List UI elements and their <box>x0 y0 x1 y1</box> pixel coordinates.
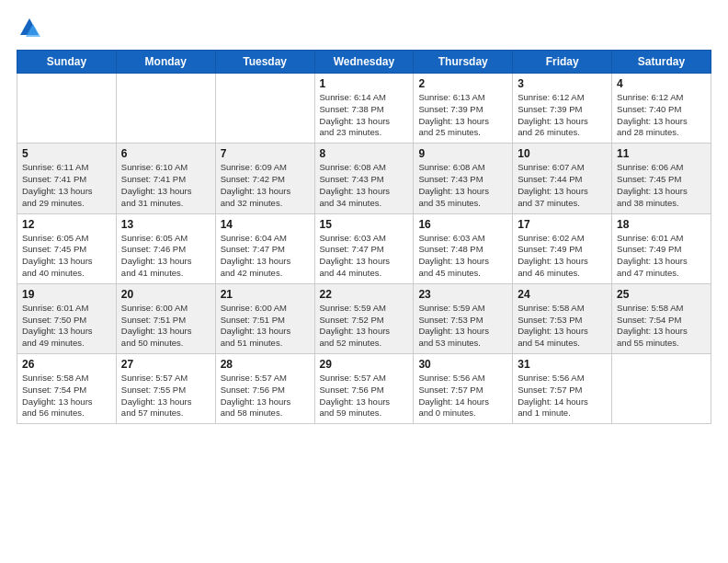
day-number: 28 <box>221 358 310 371</box>
calendar-cell: 7Sunrise: 6:09 AM Sunset: 7:42 PM Daylig… <box>215 144 314 213</box>
day-number: 17 <box>518 218 607 231</box>
calendar-table: SundayMondayTuesdayWednesdayThursdayFrid… <box>17 50 711 424</box>
day-info: Sunrise: 5:57 AM Sunset: 7:56 PM Dayligh… <box>221 373 310 419</box>
calendar-cell <box>17 74 117 144</box>
calendar-week-4: 19Sunrise: 6:01 AM Sunset: 7:50 PM Dayli… <box>17 283 711 353</box>
calendar-cell: 17Sunrise: 6:02 AM Sunset: 7:49 PM Dayli… <box>513 213 612 283</box>
calendar-cell: 29Sunrise: 5:57 AM Sunset: 7:56 PM Dayli… <box>314 354 414 424</box>
calendar-cell: 23Sunrise: 5:59 AM Sunset: 7:53 PM Dayli… <box>414 283 513 353</box>
day-number: 29 <box>320 358 409 371</box>
calendar-cell: 25Sunrise: 5:58 AM Sunset: 7:54 PM Dayli… <box>612 283 711 353</box>
calendar-cell <box>612 354 711 424</box>
day-info: Sunrise: 6:05 AM Sunset: 7:45 PM Dayligh… <box>22 233 111 280</box>
calendar-cell: 4Sunrise: 6:12 AM Sunset: 7:40 PM Daylig… <box>612 74 711 144</box>
day-number: 18 <box>617 218 706 231</box>
day-number: 5 <box>22 147 111 160</box>
day-info: Sunrise: 5:58 AM Sunset: 7:54 PM Dayligh… <box>22 373 111 419</box>
day-info: Sunrise: 6:09 AM Sunset: 7:42 PM Dayligh… <box>221 162 310 209</box>
calendar-cell: 11Sunrise: 6:06 AM Sunset: 7:45 PM Dayli… <box>612 144 711 213</box>
calendar-cell: 14Sunrise: 6:04 AM Sunset: 7:47 PM Dayli… <box>215 213 314 283</box>
day-info: Sunrise: 6:14 AM Sunset: 7:38 PM Dayligh… <box>320 92 409 139</box>
calendar-cell: 13Sunrise: 6:05 AM Sunset: 7:46 PM Dayli… <box>116 213 215 283</box>
calendar-cell: 2Sunrise: 6:13 AM Sunset: 7:39 PM Daylig… <box>414 74 513 144</box>
day-number: 21 <box>221 288 310 301</box>
day-info: Sunrise: 5:56 AM Sunset: 7:57 PM Dayligh… <box>518 373 607 419</box>
weekday-header-tuesday: Tuesday <box>215 51 314 74</box>
calendar-cell: 15Sunrise: 6:03 AM Sunset: 7:47 PM Dayli… <box>314 213 414 283</box>
day-number: 27 <box>121 358 210 371</box>
weekday-header-monday: Monday <box>116 51 215 74</box>
day-number: 1 <box>320 77 409 90</box>
day-info: Sunrise: 5:59 AM Sunset: 7:52 PM Dayligh… <box>320 303 409 350</box>
calendar-cell: 31Sunrise: 5:56 AM Sunset: 7:57 PM Dayli… <box>513 354 612 424</box>
calendar-cell: 20Sunrise: 6:00 AM Sunset: 7:51 PM Dayli… <box>116 283 215 353</box>
day-info: Sunrise: 6:03 AM Sunset: 7:48 PM Dayligh… <box>418 233 507 280</box>
weekday-header-saturday: Saturday <box>612 51 711 74</box>
day-info: Sunrise: 6:00 AM Sunset: 7:51 PM Dayligh… <box>121 303 210 350</box>
calendar-cell: 8Sunrise: 6:08 AM Sunset: 7:43 PM Daylig… <box>314 144 414 213</box>
day-number: 24 <box>518 288 607 301</box>
day-number: 26 <box>22 358 111 371</box>
header <box>17 15 711 40</box>
day-info: Sunrise: 5:57 AM Sunset: 7:55 PM Dayligh… <box>121 373 210 419</box>
calendar-cell: 16Sunrise: 6:03 AM Sunset: 7:48 PM Dayli… <box>414 213 513 283</box>
day-number: 2 <box>418 77 507 90</box>
day-info: Sunrise: 6:00 AM Sunset: 7:51 PM Dayligh… <box>221 303 310 350</box>
weekday-header-sunday: Sunday <box>17 51 117 74</box>
day-number: 30 <box>418 358 507 371</box>
day-number: 10 <box>518 147 607 160</box>
calendar-cell: 18Sunrise: 6:01 AM Sunset: 7:49 PM Dayli… <box>612 213 711 283</box>
calendar-cell: 19Sunrise: 6:01 AM Sunset: 7:50 PM Dayli… <box>17 283 117 353</box>
calendar-cell: 24Sunrise: 5:58 AM Sunset: 7:53 PM Dayli… <box>513 283 612 353</box>
calendar-cell: 10Sunrise: 6:07 AM Sunset: 7:44 PM Dayli… <box>513 144 612 213</box>
day-info: Sunrise: 6:10 AM Sunset: 7:41 PM Dayligh… <box>121 162 210 209</box>
day-number: 16 <box>418 218 507 231</box>
calendar-cell: 21Sunrise: 6:00 AM Sunset: 7:51 PM Dayli… <box>215 283 314 353</box>
page: SundayMondayTuesdayWednesdayThursdayFrid… <box>0 0 728 563</box>
day-info: Sunrise: 6:06 AM Sunset: 7:45 PM Dayligh… <box>617 162 706 209</box>
day-info: Sunrise: 6:13 AM Sunset: 7:39 PM Dayligh… <box>418 92 507 139</box>
day-number: 9 <box>418 147 507 160</box>
day-info: Sunrise: 6:12 AM Sunset: 7:39 PM Dayligh… <box>518 92 607 139</box>
day-number: 12 <box>22 218 111 231</box>
calendar-cell <box>116 74 215 144</box>
calendar-cell: 22Sunrise: 5:59 AM Sunset: 7:52 PM Dayli… <box>314 283 414 353</box>
day-info: Sunrise: 6:03 AM Sunset: 7:47 PM Dayligh… <box>320 233 409 280</box>
day-number: 4 <box>617 77 706 90</box>
day-info: Sunrise: 5:58 AM Sunset: 7:53 PM Dayligh… <box>518 303 607 350</box>
calendar-cell: 3Sunrise: 6:12 AM Sunset: 7:39 PM Daylig… <box>513 74 612 144</box>
calendar-week-2: 5Sunrise: 6:11 AM Sunset: 7:41 PM Daylig… <box>17 144 711 213</box>
weekday-header-thursday: Thursday <box>414 51 513 74</box>
weekday-header-friday: Friday <box>513 51 612 74</box>
calendar-cell: 12Sunrise: 6:05 AM Sunset: 7:45 PM Dayli… <box>17 213 117 283</box>
calendar-cell: 6Sunrise: 6:10 AM Sunset: 7:41 PM Daylig… <box>116 144 215 213</box>
calendar-cell: 1Sunrise: 6:14 AM Sunset: 7:38 PM Daylig… <box>314 74 414 144</box>
day-number: 25 <box>617 288 706 301</box>
day-info: Sunrise: 6:08 AM Sunset: 7:43 PM Dayligh… <box>418 162 507 209</box>
day-number: 11 <box>617 147 706 160</box>
day-info: Sunrise: 6:01 AM Sunset: 7:49 PM Dayligh… <box>617 233 706 280</box>
calendar-cell: 5Sunrise: 6:11 AM Sunset: 7:41 PM Daylig… <box>17 144 117 213</box>
calendar-cell: 27Sunrise: 5:57 AM Sunset: 7:55 PM Dayli… <box>116 354 215 424</box>
day-info: Sunrise: 5:57 AM Sunset: 7:56 PM Dayligh… <box>320 373 409 419</box>
calendar-week-5: 26Sunrise: 5:58 AM Sunset: 7:54 PM Dayli… <box>17 354 711 424</box>
day-number: 22 <box>320 288 409 301</box>
day-number: 23 <box>418 288 507 301</box>
day-info: Sunrise: 5:56 AM Sunset: 7:57 PM Dayligh… <box>418 373 507 419</box>
day-info: Sunrise: 5:59 AM Sunset: 7:53 PM Dayligh… <box>418 303 507 350</box>
day-number: 15 <box>320 218 409 231</box>
logo-icon <box>17 15 42 40</box>
day-number: 13 <box>121 218 210 231</box>
day-info: Sunrise: 6:12 AM Sunset: 7:40 PM Dayligh… <box>617 92 706 139</box>
day-number: 31 <box>518 358 607 371</box>
day-number: 14 <box>221 218 310 231</box>
day-info: Sunrise: 6:02 AM Sunset: 7:49 PM Dayligh… <box>518 233 607 280</box>
day-info: Sunrise: 6:08 AM Sunset: 7:43 PM Dayligh… <box>320 162 409 209</box>
day-number: 20 <box>121 288 210 301</box>
calendar-week-3: 12Sunrise: 6:05 AM Sunset: 7:45 PM Dayli… <box>17 213 711 283</box>
day-info: Sunrise: 5:58 AM Sunset: 7:54 PM Dayligh… <box>617 303 706 350</box>
day-number: 6 <box>121 147 210 160</box>
day-info: Sunrise: 6:05 AM Sunset: 7:46 PM Dayligh… <box>121 233 210 280</box>
calendar-cell: 9Sunrise: 6:08 AM Sunset: 7:43 PM Daylig… <box>414 144 513 213</box>
calendar-cell: 26Sunrise: 5:58 AM Sunset: 7:54 PM Dayli… <box>17 354 117 424</box>
